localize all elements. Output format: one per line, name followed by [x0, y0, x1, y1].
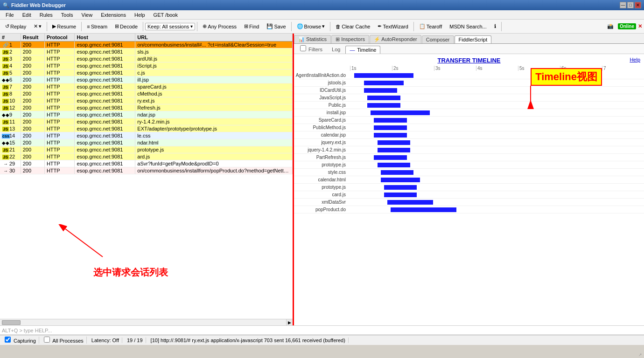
- stream-button[interactable]: ≡ Stream: [84, 22, 111, 31]
- table-row[interactable]: JS21 200 HTTP esop.gmcc.net:9081 prototy…: [0, 146, 293, 153]
- table-row[interactable]: JS13 200 HTTP esop.gmcc.net:9081 EXT/ada…: [0, 125, 293, 132]
- tab-composer[interactable]: Composer: [422, 35, 454, 43]
- info-icon: ℹ: [494, 23, 496, 29]
- menu-view[interactable]: View: [78, 11, 97, 19]
- session-table[interactable]: # Result Protocol Host URL 🔗1 200 HTTP e…: [0, 34, 293, 319]
- table-row[interactable]: ◆◆9 200 HTTP esop.gmcc.net:9081 ndar.jsp: [0, 111, 293, 118]
- browse-button[interactable]: 🌐 Browse ▾: [294, 22, 329, 31]
- table-row[interactable]: ◆◆6 200 HTTP esop.gmcc.net:9081 ill.jsp: [0, 76, 293, 83]
- sep6: [330, 22, 330, 31]
- subtab-timeline[interactable]: — Timeline: [345, 46, 380, 54]
- table-row[interactable]: JS22 200 HTTP esop.gmcc.net:9081 ard.js: [0, 153, 293, 160]
- tab-inspectors[interactable]: ⊞ Inspectors: [331, 35, 369, 43]
- table-row[interactable]: JS7 200 HTTP esop.gmcc.net:9081 spareCar…: [0, 83, 293, 90]
- decode-button[interactable]: ⊞ Decode: [112, 22, 141, 31]
- filters-checkbox[interactable]: [300, 45, 306, 51]
- x-button[interactable]: ✕ ▾: [30, 22, 45, 31]
- maximize-button[interactable]: □: [627, 2, 634, 8]
- horizontal-scrollbar[interactable]: ▶: [0, 319, 293, 325]
- status-processes: All Processes: [41, 337, 87, 344]
- tl-bar: [381, 178, 420, 182]
- cell-host: esop.gmcc.net:9081: [75, 125, 135, 132]
- tl-label: JavaScript.js: [294, 95, 348, 100]
- table-row[interactable]: css14 200 HTTP esop.gmcc.net:9081 le.css: [0, 132, 293, 139]
- replay-button[interactable]: ↺ Replay: [2, 22, 29, 31]
- cell-host: esop.gmcc.net:9081: [75, 48, 135, 55]
- command-prompt[interactable]: ALT+Q > type HELP...: [2, 328, 52, 333]
- tl-bar-area: [348, 161, 644, 168]
- table-row[interactable]: JS3 200 HTTP esop.gmcc.net:9081 ardUtil.…: [0, 55, 293, 62]
- timeline-row: prototype.js: [294, 184, 644, 191]
- tearoff-button[interactable]: 📋 Tearoff: [416, 22, 445, 31]
- clear-cache-button[interactable]: 🗑 Clear Cache: [332, 22, 373, 31]
- timeline-area: TRANSFER TIMELINE Help Timeline视图: [294, 54, 644, 325]
- cell-url: Refresh.js: [135, 104, 293, 111]
- menu-get-book[interactable]: GET /book: [150, 11, 182, 19]
- tab-fiddlerscript[interactable]: FiddlerScript: [455, 35, 492, 43]
- screenshot-icon-button[interactable]: 📸: [604, 22, 617, 31]
- capture-checkbox[interactable]: [5, 337, 11, 343]
- row-icon: →: [2, 168, 9, 173]
- table-row[interactable]: ◆◆15 200 HTTP esop.gmcc.net:9081 ndar.ht…: [0, 139, 293, 146]
- tab-autoresponder[interactable]: ⚡ AutoResponder: [370, 35, 421, 43]
- row-icon: JS: [2, 126, 9, 131]
- table-row[interactable]: JS8 200 HTTP esop.gmcc.net:9081 cMethod.…: [0, 90, 293, 97]
- browse-icon: 🌐: [297, 23, 303, 29]
- menu-rules[interactable]: Rules: [36, 11, 56, 19]
- table-row[interactable]: →30 200 HTTP esop.gmcc.net:9081 on/commo…: [0, 167, 293, 174]
- scrollbar-thumb-h[interactable]: [2, 320, 21, 325]
- textwizard-button[interactable]: ✒ TextWizard: [374, 22, 411, 31]
- cell-num: JS7: [0, 83, 21, 90]
- tab-statistics[interactable]: 📊 Statistics: [294, 35, 331, 43]
- online-badge: Online: [618, 23, 636, 29]
- tl-label: install.jsp: [294, 110, 348, 115]
- table-row[interactable]: JS11 200 HTTP esop.gmcc.net:9081 ry-1.4.…: [0, 118, 293, 125]
- tl-label: prototype.js: [294, 162, 348, 167]
- cell-url: sls.js: [135, 48, 293, 55]
- keep-dropdown[interactable]: Keep: All sessions: [145, 23, 195, 30]
- cell-host: esop.gmcc.net:9081: [75, 146, 135, 153]
- tl-bar-area: [348, 72, 644, 79]
- table-row[interactable]: JS2 200 HTTP esop.gmcc.net:9081 sls.js: [0, 48, 293, 55]
- table-row[interactable]: JS12 200 HTTP esop.gmcc.net:9081 Refresh…: [0, 104, 293, 111]
- close-button[interactable]: ✕: [635, 2, 641, 8]
- tl-bar-area: [348, 139, 644, 146]
- table-row[interactable]: →29 200 HTTP esop.gmcc.net:9081 aSvr?fun…: [0, 160, 293, 167]
- timeline-row: jstools.js: [294, 79, 644, 87]
- cell-url: ardUtil.js: [135, 55, 293, 62]
- minimize-button[interactable]: —: [620, 2, 626, 8]
- command-input-bar: ALT+Q > type HELP...: [0, 325, 644, 335]
- tl-bar-area: [348, 124, 644, 131]
- info-button[interactable]: ℹ: [491, 22, 499, 31]
- resume-button[interactable]: ▶ Resume: [49, 22, 79, 31]
- table-row[interactable]: JS10 200 HTTP esop.gmcc.net:9081 ry.ext.…: [0, 97, 293, 104]
- subtab-log[interactable]: Log: [328, 45, 344, 54]
- tl-bar: [364, 88, 397, 93]
- subtab-filters[interactable]: Filters: [296, 44, 327, 54]
- save-button[interactable]: 💾 Save: [263, 22, 289, 31]
- find-button[interactable]: ⊞ Find: [241, 22, 262, 31]
- cell-num: JS21: [0, 146, 21, 153]
- menu-edit[interactable]: Edit: [19, 11, 35, 19]
- cell-host: esop.gmcc.net:9081: [75, 153, 135, 160]
- menu-extensions[interactable]: Extensions: [97, 11, 130, 19]
- menu-help[interactable]: Help: [131, 11, 149, 19]
- table-row[interactable]: JS5 200 HTTP esop.gmcc.net:9081 c.js: [0, 69, 293, 76]
- msdn-button[interactable]: MSDN Search...: [446, 22, 490, 31]
- titlebar-left: 🔍 Fiddler Web Debugger: [3, 2, 66, 8]
- menu-tools[interactable]: Tools: [57, 11, 77, 19]
- timeline-help-link[interactable]: Help: [630, 57, 640, 62]
- table-row[interactable]: 🔗1 200 HTTP esop.gmcc.net:9081 on/common…: [0, 41, 293, 48]
- scrollbar-right[interactable]: ▶: [286, 319, 293, 326]
- menu-file[interactable]: File: [2, 11, 18, 19]
- cell-host: esop.gmcc.net:9081: [75, 111, 135, 118]
- tl-label: jstools.js: [294, 80, 348, 85]
- inspectors-icon: ⊞: [336, 36, 340, 42]
- status-count: 19 / 19: [124, 337, 146, 343]
- cell-url: cMethod.js: [135, 90, 293, 97]
- processes-checkbox[interactable]: [44, 337, 50, 343]
- any-process-button[interactable]: ⊕ Any Process: [199, 22, 240, 31]
- cell-url: ard.js: [135, 153, 293, 160]
- table-row[interactable]: JS4 200 HTTP esop.gmcc.net:9081 iScript.…: [0, 62, 293, 69]
- close-fiddler-button[interactable]: ✕: [638, 23, 642, 29]
